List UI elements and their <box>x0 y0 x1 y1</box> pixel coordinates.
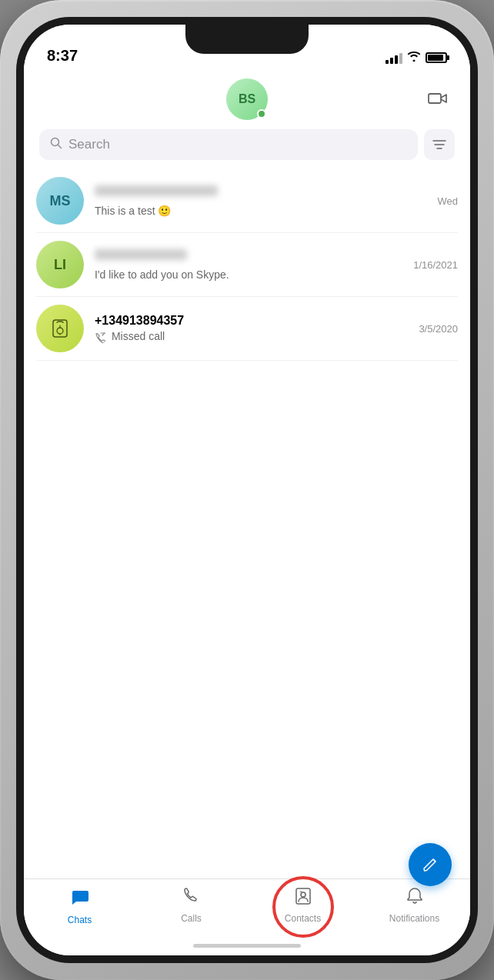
chat-date-ms: Wed <box>438 195 459 207</box>
phone-frame: 8:37 <box>0 0 494 980</box>
search-placeholder: Search <box>68 137 110 152</box>
user-avatar[interactable]: BS <box>226 78 268 120</box>
chat-item-phone[interactable]: +134913894357 Missed call <box>36 297 458 361</box>
tab-chats[interactable]: Chats <box>24 887 135 925</box>
wifi-icon <box>407 51 421 65</box>
screen: 8:37 <box>24 25 470 955</box>
svg-point-12 <box>301 892 305 897</box>
notifications-icon <box>406 887 424 910</box>
svg-line-10 <box>433 859 436 862</box>
svg-line-2 <box>58 145 62 148</box>
chats-icon <box>70 887 90 912</box>
tab-contacts-label: Contacts <box>285 913 321 924</box>
chat-item-ms[interactable]: MS This is a test 🙂 Wed <box>36 169 458 233</box>
avatar-li: LI <box>36 241 84 288</box>
status-time: 8:37 <box>47 47 78 65</box>
filter-button[interactable] <box>424 129 455 160</box>
chat-info-ms: This is a test 🙂 <box>95 185 427 217</box>
blurred-contact-name-2 <box>95 249 187 260</box>
chat-name-li <box>95 249 402 266</box>
home-indicator <box>193 944 301 948</box>
chat-preview-phone: Missed call <box>95 330 408 342</box>
chat-preview-ms: This is a test 🙂 <box>95 205 427 217</box>
contacts-icon <box>294 887 312 910</box>
chat-meta-li: 1/16/2021 <box>413 259 458 271</box>
chat-date-phone: 3/5/2020 <box>419 323 458 335</box>
battery-icon <box>426 52 447 63</box>
tab-calls-label: Calls <box>181 913 202 924</box>
app-header: BS <box>24 71 470 126</box>
chat-item-li[interactable]: LI I'd like to add you on Skype. 1/16/20… <box>36 233 458 297</box>
notch <box>185 25 309 54</box>
chat-name-ms <box>95 185 427 202</box>
chat-preview-li: I'd like to add you on Skype. <box>95 268 402 281</box>
search-icon <box>50 137 62 152</box>
avatar-ms: MS <box>36 177 84 225</box>
signal-icon <box>386 52 402 64</box>
chat-list: MS This is a test 🙂 Wed LI <box>24 169 470 878</box>
tab-notifications-label: Notifications <box>389 913 439 924</box>
blurred-contact-name <box>95 185 218 196</box>
tab-calls[interactable]: Calls <box>135 887 247 924</box>
search-input-container[interactable]: Search <box>39 129 418 160</box>
app-content: BS <box>24 71 470 955</box>
online-indicator <box>257 109 266 118</box>
phone-inner: 8:37 <box>16 17 478 963</box>
video-call-button[interactable] <box>424 85 452 112</box>
tab-contacts[interactable]: Contacts <box>247 887 359 924</box>
tab-chats-label: Chats <box>68 915 92 925</box>
chat-date-li: 1/16/2021 <box>413 259 458 271</box>
chat-info-phone: +134913894357 Missed call <box>95 314 408 342</box>
tab-notifications[interactable]: Notifications <box>359 887 470 924</box>
avatar-phone <box>36 305 84 352</box>
chat-name-phone: +134913894357 <box>95 314 408 328</box>
chat-meta-phone: 3/5/2020 <box>419 323 458 335</box>
svg-point-7 <box>57 328 63 334</box>
search-bar: Search <box>39 129 455 160</box>
chat-meta-ms: Wed <box>438 195 459 207</box>
compose-fab[interactable] <box>409 843 452 886</box>
calls-icon <box>182 887 201 910</box>
status-icons <box>386 51 447 65</box>
svg-rect-0 <box>429 94 441 103</box>
chat-info-li: I'd like to add you on Skype. <box>95 249 402 281</box>
